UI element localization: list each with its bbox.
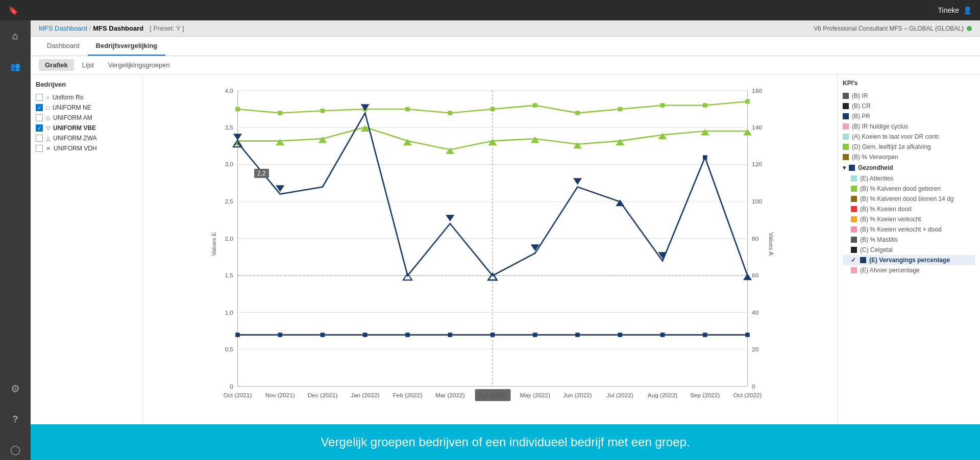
kpi-label-b-mastitis: (B) % Mastitis xyxy=(860,236,898,243)
kpi-color-b-pr xyxy=(843,113,849,119)
breadcrumb-separator: / xyxy=(89,24,91,32)
company-checkbox-uniform-vdh[interactable] xyxy=(36,145,43,152)
marker-lg-7 xyxy=(531,137,540,143)
marker-fb-11 xyxy=(703,333,707,337)
kpi-item-b-ir[interactable]: (B) IR xyxy=(843,91,975,101)
company-item-uniform-vdh[interactable]: ✕ UNIFORM VDH xyxy=(36,143,137,154)
marker-ug-7 xyxy=(533,103,537,108)
kpi-label-d-gem: (D) Gem. leeftijd 1e afkalving xyxy=(852,143,931,150)
company-checkbox-uniform-am[interactable] xyxy=(36,114,43,121)
y-left-label-0: 0 xyxy=(230,383,233,390)
topbar: 🔖 Tineke 👤 xyxy=(0,0,980,20)
kpi-item-e-afvoer[interactable]: (E) Afvoer percentage xyxy=(843,265,975,275)
kpi-color-b-mastitis xyxy=(851,237,857,243)
kpi-label-b-koeien-dood: (B) % Koeien dood xyxy=(860,206,912,213)
companies-panel: Bedrijven ○ Uniform Ro ✓ □ UNIFORM NE ◇ … xyxy=(31,74,143,424)
content-area: MFS Dashboard / MFS Dashboard [ Preset: … xyxy=(31,20,980,460)
y-left-label-15: 1,5 xyxy=(225,272,234,279)
company-checkbox-uniform-vbe[interactable]: ✓ xyxy=(36,124,43,132)
sidebar-icon-home[interactable]: ⌂ xyxy=(5,25,26,46)
company-item-uniform-am[interactable]: ◇ UNIFORM AM xyxy=(36,113,137,123)
breadcrumb-current: MFS Dashboard xyxy=(93,24,143,32)
kpi-label-b-ir-huidig: (B) IR huidige cyclus xyxy=(852,123,908,130)
tab-bedrijfsvergelijking[interactable]: Bedrijfsvergelijking xyxy=(88,37,166,56)
marker-ug-0 xyxy=(235,107,240,112)
kpi-label-c-celgetal: (C) Celgetal xyxy=(860,246,893,253)
sidebar-icon-settings[interactable]: ⚙ xyxy=(5,378,26,399)
company-checkbox-uniform-ro[interactable] xyxy=(36,94,43,101)
y-left-label-40: 4,0 xyxy=(225,87,234,94)
kpi-item-e-vervangings[interactable]: ✓ (E) Vervangings percentage xyxy=(843,255,975,265)
marker-ug-9 xyxy=(618,107,622,112)
marker-fb-10 xyxy=(660,333,665,337)
company-item-uniform-vbe[interactable]: ✓ ▽ UNIFORM VBE xyxy=(36,123,137,133)
kpi-item-b-kalveren-14[interactable]: (B) % Kalveren dood binnen 14 dg xyxy=(843,194,975,204)
y-right-label-80: 80 xyxy=(752,235,759,242)
x-label-may2022: May (2022) xyxy=(520,392,550,399)
company-checkbox-uniform-ne[interactable]: ✓ xyxy=(36,104,43,111)
marker-fb-8 xyxy=(575,333,580,337)
kpi-item-c-celgetal[interactable]: (C) Celgetal xyxy=(843,245,975,255)
sub-tab-lijst[interactable]: Lijst xyxy=(76,59,100,71)
x-label-jun2022: Jun (2022) xyxy=(563,392,592,399)
marker-lg-8 xyxy=(573,142,582,148)
y-left-label-30: 3,0 xyxy=(225,161,234,168)
company-checkbox-uniform-zwa[interactable] xyxy=(36,135,43,142)
sidebar-icon-circle[interactable]: ◯ xyxy=(5,440,26,460)
status-dot xyxy=(967,26,972,31)
company-name-uniform-ne: UNIFORM NE xyxy=(53,104,91,111)
marker-lg-9 xyxy=(616,139,624,145)
kpi-section-gezondheid[interactable]: ▾ Gezondheid xyxy=(843,162,975,173)
y-right-label-60: 60 xyxy=(752,272,759,279)
topbar-left: 🔖 xyxy=(8,6,18,15)
sub-tab-vergelijkingsgroepen[interactable]: Vergelijkingsgroepen xyxy=(102,59,176,71)
kpi-color-e-afvoer xyxy=(851,267,857,273)
kpi-item-d-gem[interactable]: (D) Gem. leeftijd 1e afkalving xyxy=(843,142,975,152)
company-shape-uniform-zwa: △ xyxy=(46,135,50,142)
company-shape-uniform-vdh: ✕ xyxy=(46,145,51,152)
marker-vb-8 xyxy=(573,178,582,185)
sub-tab-bar: Grafiek Lijst Vergelijkingsgroepen xyxy=(31,56,980,74)
kpi-color-b-kalveren-14 xyxy=(851,196,857,202)
kpi-item-b-cr[interactable]: (B) CR xyxy=(843,101,975,111)
sidebar-icon-help[interactable]: ? xyxy=(5,409,26,429)
kpi-item-b-pr[interactable]: (B) PR xyxy=(843,111,975,121)
kpi-label-a-koeien: (A) Koeien te laat voor DR contr. xyxy=(852,133,940,140)
company-item-uniform-ne[interactable]: ✓ □ UNIFORM NE xyxy=(36,103,137,113)
company-item-uniform-zwa[interactable]: △ UNIFORM ZWA xyxy=(36,133,137,143)
company-name-uniform-vdh: UNIFORM VDH xyxy=(54,145,97,152)
sidebar-icon-users[interactable]: 👥 xyxy=(5,56,26,76)
marker-fb-3 xyxy=(363,333,368,337)
y-right-label-140: 140 xyxy=(752,124,762,131)
tab-dashboard[interactable]: Dashboard xyxy=(39,37,88,56)
kpi-label-b-cr: (B) CR xyxy=(852,103,871,110)
kpi-item-b-ir-huidig[interactable]: (B) IR huidige cyclus xyxy=(843,121,975,132)
kpi-item-b-mastitis[interactable]: (B) % Mastitis xyxy=(843,235,975,245)
kpi-label-e-attenties: (E) Attenties xyxy=(860,175,893,182)
y-left-label-25: 2,5 xyxy=(225,198,234,205)
kpi-section-gezondheid-color xyxy=(849,165,855,171)
company-name-uniform-zwa: UNIFORM ZWA xyxy=(53,135,97,142)
main-layout: ⌂ 👥 ⚙ ? ◯ MFS Dashboard / MFS Dashboard … xyxy=(0,20,980,460)
marker-vb-4 xyxy=(403,273,412,280)
company-shape-uniform-ne: □ xyxy=(46,105,50,111)
kpi-item-e-attenties[interactable]: (E) Attenties xyxy=(843,173,975,184)
kpi-item-b-koeien-dood[interactable]: (B) % Koeien dood xyxy=(843,204,975,214)
marker-fb-7 xyxy=(533,333,537,337)
sub-tab-grafiek[interactable]: Grafiek xyxy=(39,59,74,71)
kpi-item-b-kalveren-dood[interactable]: (B) % Kalveren dood geboren xyxy=(843,184,975,194)
company-item-uniform-ro[interactable]: ○ Uniform Ro xyxy=(36,92,137,103)
user-icon: 👤 xyxy=(963,6,972,14)
kpi-item-b-koeien-verkocht-dood[interactable]: (B) % Koeien verkocht + dood xyxy=(843,224,975,235)
kpi-item-b-koeien-verkocht[interactable]: (B) % Koeien verkocht xyxy=(843,214,975,224)
marker-ug-8 xyxy=(575,111,580,115)
breadcrumb-parent[interactable]: MFS Dashboard xyxy=(39,24,87,32)
kpi-item-b-verworpen[interactable]: (B) % Verworpen xyxy=(843,152,975,162)
kpi-color-e-vervangings xyxy=(860,257,866,263)
y-right-label-100: 100 xyxy=(752,198,762,205)
kpi-item-a-koeien[interactable]: (A) Koeien te laat voor DR contr. xyxy=(843,132,975,142)
x-label-jul2022: Jul (2022) xyxy=(607,392,634,399)
x-label-mar2022: Mar (2022) xyxy=(435,392,465,399)
version-info: V6 Professional Consultant MFS – GLOBAL … xyxy=(814,25,972,32)
marker-vb-11 xyxy=(703,155,707,160)
